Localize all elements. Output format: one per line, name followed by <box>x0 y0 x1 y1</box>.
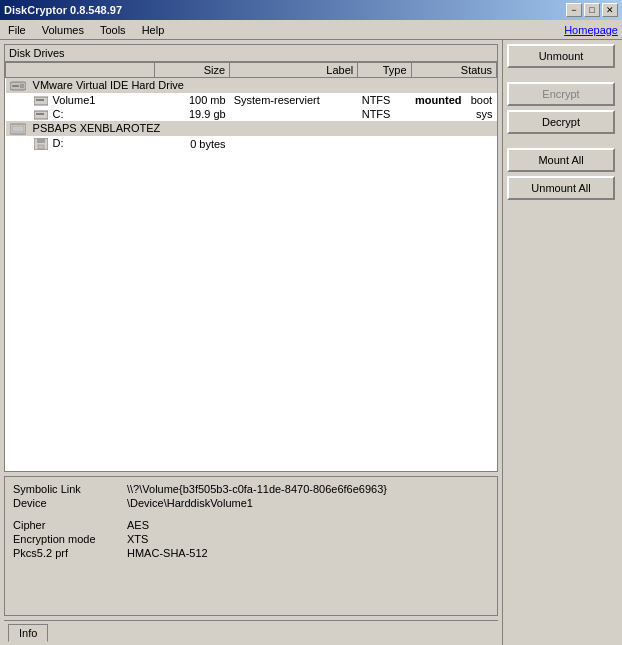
menu-file[interactable]: File <box>4 23 30 37</box>
col-status: Status <box>411 63 496 78</box>
svg-rect-11 <box>38 145 44 149</box>
minimize-button[interactable]: − <box>566 3 582 17</box>
svg-rect-6 <box>36 113 44 115</box>
svg-rect-4 <box>36 99 44 101</box>
symbolic-link-value: \\?\Volume{b3f505b3-c0fa-11de-8470-806e6… <box>127 483 387 495</box>
tab-bar: Info <box>4 620 498 641</box>
col-label: Label <box>230 63 358 78</box>
menu-help[interactable]: Help <box>138 23 169 37</box>
right-panel: Unmount Encrypt Decrypt Mount All Unmoun… <box>502 40 622 645</box>
pkcs-value: HMAC-SHA-512 <box>127 547 208 559</box>
hdd-row[interactable]: VMware Virtual IDE Hard Drive <box>6 78 497 94</box>
window-title: DiskCryptor 0.8.548.97 <box>4 4 122 16</box>
cipher-label: Cipher <box>13 519 123 531</box>
enc-mode-row: Encryption mode XTS <box>13 533 489 545</box>
svg-rect-10 <box>37 138 45 143</box>
d-drive-name: D: <box>53 137 64 149</box>
cd-icon <box>10 123 26 135</box>
mount-all-button[interactable]: Mount All <box>507 148 615 172</box>
svg-rect-8 <box>12 126 24 132</box>
title-bar: DiskCryptor 0.8.548.97 − □ ✕ <box>0 0 622 20</box>
device-row: Device \Device\HarddiskVolume1 <box>13 497 489 509</box>
cipher-row: Cipher AES <box>13 519 489 531</box>
volume1-name: Volume1 <box>53 94 96 106</box>
disk-table: Size Label Type Status <box>5 62 497 151</box>
encrypt-button[interactable]: Encrypt <box>507 82 615 106</box>
pkcs-row: Pkcs5.2 prf HMAC-SHA-512 <box>13 547 489 559</box>
partition-icon-c <box>34 110 48 120</box>
mounted-status: mounted <box>415 94 461 106</box>
disk-drives-title: Disk Drives <box>5 45 497 62</box>
pkcs-label: Pkcs5.2 prf <box>13 547 123 559</box>
partition-row-c[interactable]: C: 19.9 gb NTFS sys <box>6 107 497 121</box>
enc-mode-value: XTS <box>127 533 148 545</box>
device-label: Device <box>13 497 123 509</box>
menu-volumes[interactable]: Volumes <box>38 23 88 37</box>
maximize-button[interactable]: □ <box>584 3 600 17</box>
symbolic-link-label: Symbolic Link <box>13 483 123 495</box>
left-panel: Disk Drives Size Label Type Status <box>0 40 502 645</box>
disk-drives-box: Disk Drives Size Label Type Status <box>4 44 498 472</box>
main-container: Disk Drives Size Label Type Status <box>0 40 622 645</box>
partition-row-d[interactable]: D: 0 bytes <box>6 136 497 151</box>
unmount-button[interactable]: Unmount <box>507 44 615 68</box>
svg-rect-2 <box>12 85 19 87</box>
col-type: Type <box>358 63 411 78</box>
device-value: \Device\HarddiskVolume1 <box>127 497 253 509</box>
info-box: Symbolic Link \\?\Volume{b3f505b3-c0fa-1… <box>4 476 498 616</box>
floppy-icon <box>34 138 48 150</box>
title-bar-buttons: − □ ✕ <box>566 3 618 17</box>
col-name <box>6 63 155 78</box>
removable-row[interactable]: PSBAPS XENBLAROTEZ <box>6 121 497 136</box>
cipher-value: AES <box>127 519 149 531</box>
tab-info[interactable]: Info <box>8 624 48 642</box>
symbolic-link-row: Symbolic Link \\?\Volume{b3f505b3-c0fa-1… <box>13 483 489 495</box>
partition-icon <box>34 96 48 106</box>
menu-tools[interactable]: Tools <box>96 23 130 37</box>
boot-flag: boot <box>471 94 492 106</box>
hdd-name: VMware Virtual IDE Hard Drive <box>33 79 184 91</box>
close-button[interactable]: ✕ <box>602 3 618 17</box>
menu-bar: File Volumes Tools Help Homepage <box>0 20 622 40</box>
enc-mode-label: Encryption mode <box>13 533 123 545</box>
partition-row-volume1[interactable]: Volume1 100 mb System-reserviert NTFS mo… <box>6 93 497 107</box>
svg-point-1 <box>20 84 24 88</box>
homepage-link[interactable]: Homepage <box>564 24 618 36</box>
decrypt-button[interactable]: Decrypt <box>507 110 615 134</box>
c-drive-name: C: <box>53 108 64 120</box>
col-size: Size <box>155 63 230 78</box>
hdd-icon <box>10 80 26 92</box>
removable-name: PSBAPS XENBLAROTEZ <box>33 122 161 134</box>
unmount-all-button[interactable]: Unmount All <box>507 176 615 200</box>
